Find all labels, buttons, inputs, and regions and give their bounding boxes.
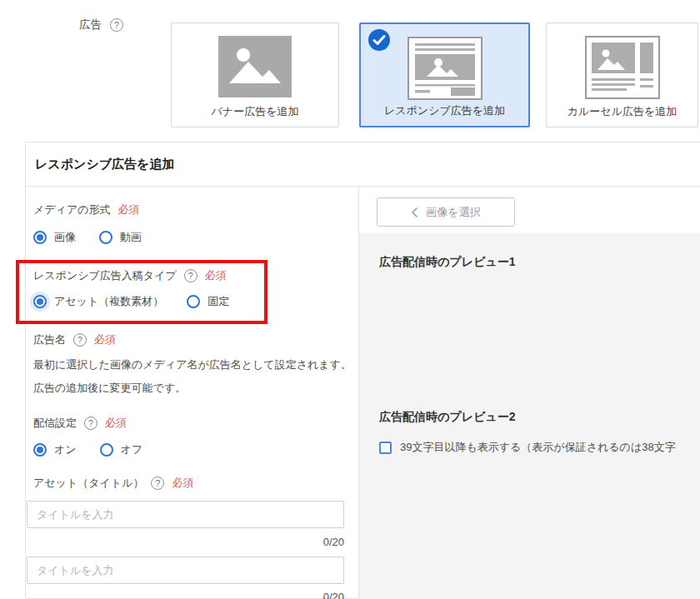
- responsive-ad-icon: [361, 37, 528, 100]
- card-add-responsive-ad[interactable]: レスポンシブ広告を追加: [359, 22, 530, 127]
- asset-title-label-row: アセット（タイトル） ? 必須: [33, 476, 193, 491]
- entry-type-radio-group: アセット（複数素材） 固定: [33, 294, 229, 309]
- panel-header: レスポンシブ広告を追加: [26, 142, 700, 187]
- card-label: レスポンシブ広告を追加: [361, 103, 528, 118]
- required-badge: 必須: [205, 268, 227, 283]
- radio-label: アセット（複数素材）: [54, 294, 163, 309]
- media-format-label: メディアの形式: [33, 202, 111, 217]
- media-format-radio-group: 画像 動画: [33, 230, 142, 245]
- char-display-checkbox-label: 39文字目以降も表示する（表示が保証されるのは38文字: [400, 440, 676, 455]
- required-badge: 必須: [105, 416, 127, 431]
- help-icon[interactable]: ?: [151, 477, 164, 490]
- ad-creation-screen: 広告 ? バナー広告を追加: [0, 0, 700, 599]
- entry-type-label: レスポンシブ広告入稿タイプ: [33, 268, 177, 283]
- preview-1-title: 広告配信時のプレビュー1: [379, 255, 515, 270]
- help-icon[interactable]: ?: [84, 417, 98, 430]
- ad-name-label-row: 広告名 ? 必須: [33, 332, 116, 347]
- radio-label: 動画: [120, 230, 142, 245]
- radio-label: オフ: [121, 442, 143, 457]
- title-input-2[interactable]: [27, 557, 344, 584]
- required-badge: 必須: [118, 202, 140, 217]
- entry-type-label-row: レスポンシブ広告入稿タイプ ? 必須: [33, 268, 227, 283]
- radio-option-off[interactable]: オフ: [100, 442, 143, 457]
- ad-name-label: 広告名: [33, 332, 66, 347]
- char-display-checkbox[interactable]: [379, 442, 392, 454]
- radio-option-image[interactable]: 画像: [33, 230, 76, 245]
- radio-option-on[interactable]: オン: [33, 442, 77, 457]
- char-display-checkbox-row: 39文字目以降も表示する（表示が保証されるのは38文字: [379, 440, 676, 455]
- required-badge: 必須: [94, 332, 116, 347]
- title-input-2-counter: 0/20: [27, 591, 344, 599]
- media-format-label-row: メディアの形式 必須: [33, 202, 140, 217]
- banner-ad-icon: [172, 36, 338, 97]
- help-icon[interactable]: ?: [184, 269, 198, 282]
- required-badge: 必須: [172, 476, 193, 491]
- radio-label: 固定: [208, 294, 229, 309]
- title-input-1-counter: 0/20: [27, 536, 344, 548]
- radio-selected-icon: [33, 443, 47, 457]
- select-image-button-label: 画像を選択: [426, 205, 480, 220]
- card-add-carousel-ad[interactable]: カルーセル広告を追加: [546, 22, 698, 127]
- radio-unselected-icon: [187, 295, 200, 308]
- card-add-banner-ad[interactable]: バナー広告を追加: [171, 22, 339, 127]
- radio-selected-icon: [33, 231, 47, 244]
- help-icon[interactable]: ?: [73, 333, 87, 347]
- radio-option-video[interactable]: 動画: [99, 230, 142, 245]
- asset-title-label: アセット（タイトル）: [33, 476, 143, 491]
- card-label: バナー広告を追加: [172, 104, 338, 119]
- card-label: カルーセル広告を追加: [547, 104, 698, 119]
- delivery-label-row: 配信設定 ? 必須: [33, 416, 127, 431]
- help-icon[interactable]: ?: [110, 18, 123, 32]
- chevron-left-icon: [411, 207, 418, 217]
- ad-field-label: 広告: [79, 17, 102, 32]
- delivery-label: 配信設定: [33, 416, 77, 431]
- radio-unselected-icon: [99, 231, 112, 244]
- radio-selected-icon: [33, 295, 47, 308]
- radio-label: オン: [54, 442, 77, 457]
- radio-option-asset[interactable]: アセット（複数素材）: [33, 294, 163, 309]
- delivery-radio-group: オン オフ: [33, 442, 142, 457]
- preview-2-title: 広告配信時のプレビュー2: [379, 410, 515, 425]
- panel-title: レスポンシブ広告を追加: [35, 157, 174, 172]
- radio-label: 画像: [54, 230, 76, 245]
- select-image-back-button[interactable]: 画像を選択: [377, 197, 515, 227]
- radio-option-fixed[interactable]: 固定: [187, 294, 229, 309]
- title-input-1[interactable]: [27, 501, 344, 528]
- ad-name-description: 最初に選択した画像のメディア名が広告名として設定されます。広告の追加後に変更可能…: [33, 353, 353, 400]
- carousel-ad-icon: [547, 36, 698, 99]
- radio-unselected-icon: [100, 443, 113, 457]
- ad-field-label-row: 広告 ?: [79, 17, 123, 32]
